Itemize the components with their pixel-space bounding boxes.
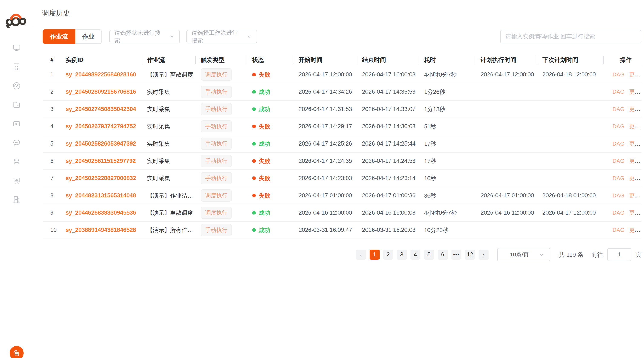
status-select[interactable]: 请选择状态进行搜索	[109, 30, 180, 43]
instance-id-link[interactable]: sy_2044989225684828160	[66, 71, 136, 78]
column-header: 操作	[603, 54, 642, 66]
end-time: 2026-04-16 16:00:08	[356, 210, 418, 216]
table-row: 7 sy_2045025228827000832 实时采集 手动执行 失败 20…	[42, 170, 642, 187]
start-time: 2026-04-17 01:00:00	[293, 192, 356, 199]
goto-page: 前往 页	[591, 248, 642, 261]
page-button-6[interactable]: 6	[438, 250, 448, 260]
instance-id-link[interactable]: sy_2044823131565314048	[66, 192, 136, 199]
dag-link[interactable]: DAG	[612, 89, 624, 95]
status-dot	[252, 107, 256, 111]
goto-suffix: 页	[636, 251, 642, 259]
database-icon[interactable]	[12, 157, 21, 166]
duration: 17秒	[418, 140, 475, 148]
trigger-type-badge: 手动执行	[201, 172, 232, 184]
dag-link[interactable]: DAG	[612, 210, 624, 216]
workflow-select-placeholder: 请选择工作流进行搜索	[192, 29, 246, 44]
dag-link[interactable]: DAG	[612, 140, 624, 147]
terminal-box-icon[interactable]	[12, 119, 21, 128]
more-link[interactable]: 更多	[629, 71, 640, 78]
column-header: #	[42, 54, 62, 66]
dag-link[interactable]: DAG	[612, 175, 624, 181]
next-planned-time: 2026-04-18 12:00:00	[537, 71, 603, 78]
trigger-type-badge: 手动执行	[201, 120, 232, 132]
chat-icon[interactable]	[12, 138, 21, 147]
dag-link[interactable]: DAG	[612, 123, 624, 129]
end-time: 2026-04-17 14:33:07	[356, 106, 418, 112]
building-icon[interactable]	[12, 63, 21, 71]
page-button-4[interactable]: 4	[410, 250, 420, 260]
trigger-type-badge: 手动执行	[201, 138, 232, 150]
more-link[interactable]: 更多	[629, 89, 640, 95]
instance-id-link[interactable]: sy_2045027450835042304	[66, 106, 136, 112]
page-button-2[interactable]: 2	[383, 250, 393, 260]
row-index: 6	[42, 158, 62, 164]
instance-id-link[interactable]: sy_2045026793742794752	[66, 123, 136, 129]
dag-link[interactable]: DAG	[612, 106, 624, 112]
instance-id-link[interactable]: sy_2045025826053947392	[66, 140, 136, 147]
status-dot	[252, 159, 256, 163]
sidebar-nav	[0, 44, 33, 204]
main-area: 调度历史 作业流 作业 请选择状态进行搜索 请选择工作流进行搜索 #实例ID作业…	[34, 0, 644, 261]
more-link[interactable]: 更多	[629, 175, 640, 181]
goto-page-input[interactable]	[607, 248, 631, 261]
instance-id-link[interactable]: sy_2044626838330945536	[66, 210, 136, 216]
more-link[interactable]: 更多	[629, 227, 640, 233]
dag-link[interactable]: DAG	[612, 71, 624, 78]
sales-badge-button[interactable]: 售	[10, 346, 24, 358]
monitor-icon[interactable]	[12, 44, 21, 52]
row-index: 2	[42, 89, 62, 95]
status-label: 成功	[259, 88, 270, 96]
end-time: 2026-03-31 16:20:08	[356, 227, 418, 233]
page-button-5[interactable]: 5	[424, 250, 434, 260]
page-size-value: 10条/页	[510, 251, 539, 258]
folder-icon[interactable]	[12, 100, 21, 109]
start-time: 2026-04-17 14:23:03	[293, 175, 356, 182]
tab-job[interactable]: 作业	[76, 30, 102, 44]
workflow-select[interactable]: 请选择工作流进行搜索	[186, 30, 257, 43]
duration: 51秒	[418, 123, 475, 130]
duration: 36秒	[418, 192, 475, 200]
workflow-name: 实时采集	[142, 105, 195, 113]
more-link[interactable]: 更多	[629, 210, 640, 216]
table-header: #实例ID作业流触发类型状态开始时间结束时间耗时计划执行时间下次计划时间操作	[42, 54, 642, 66]
tab-workflow[interactable]: 作业流	[42, 30, 76, 44]
table-row: 10 sy_2038891494381846528 【演示】所有作业... 手动…	[42, 222, 642, 239]
page-size-select[interactable]: 10条/页	[497, 248, 550, 261]
dag-link[interactable]: DAG	[612, 227, 624, 233]
row-index: 1	[42, 71, 62, 78]
duration: 1分26秒	[418, 88, 475, 96]
page-button-1[interactable]: 1	[370, 250, 380, 260]
status-label: 失败	[259, 174, 270, 182]
office-icon[interactable]	[12, 196, 21, 204]
more-link[interactable]: 更多	[629, 158, 640, 164]
status-dot	[252, 125, 256, 128]
presentation-chart-icon[interactable]	[12, 176, 21, 185]
more-link[interactable]: 更多	[629, 140, 640, 147]
workflow-name: 【演示】离散调度	[142, 71, 195, 79]
next-page-button[interactable]: ›	[479, 250, 489, 260]
dag-link[interactable]: DAG	[612, 158, 624, 164]
content: 作业流 作业 请选择状态进行搜索 请选择工作流进行搜索 #实例ID作业流触发类型…	[34, 27, 644, 261]
page-button-12[interactable]: 12	[465, 250, 475, 260]
instance-id-link[interactable]: sy_2038891494381846528	[66, 227, 136, 233]
status-label: 成功	[259, 226, 270, 234]
total-count-label: 共 119 条	[559, 251, 584, 259]
next-planned-time: 2026-04-17 12:00:00	[537, 210, 603, 216]
gauge-icon[interactable]	[12, 82, 21, 90]
start-time: 2026-03-31 16:09:47	[293, 227, 356, 233]
instance-id-link[interactable]: sy_2045028092156706816	[66, 89, 136, 95]
page-buttons: 123456•••12	[366, 250, 475, 260]
more-link[interactable]: 更多	[629, 123, 640, 129]
more-link[interactable]: 更多	[629, 106, 640, 112]
prev-page-button[interactable]: ‹	[356, 250, 366, 260]
more-link[interactable]: 更多	[629, 192, 640, 199]
more-pages-button[interactable]: •••	[451, 250, 461, 260]
table-row: 6 sy_2045025611515297792 实时采集 手动执行 失败 20…	[42, 152, 642, 170]
dag-link[interactable]: DAG	[612, 192, 624, 199]
instance-id-link[interactable]: sy_2045025611515297792	[66, 158, 136, 164]
search-input[interactable]	[500, 30, 642, 43]
duration: 4小时0分7秒	[418, 71, 475, 79]
page-button-3[interactable]: 3	[397, 250, 407, 260]
instance-id-link[interactable]: sy_2045025228827000832	[66, 175, 136, 181]
table-row: 5 sy_2045025826053947392 实时采集 手动执行 成功 20…	[42, 135, 642, 152]
